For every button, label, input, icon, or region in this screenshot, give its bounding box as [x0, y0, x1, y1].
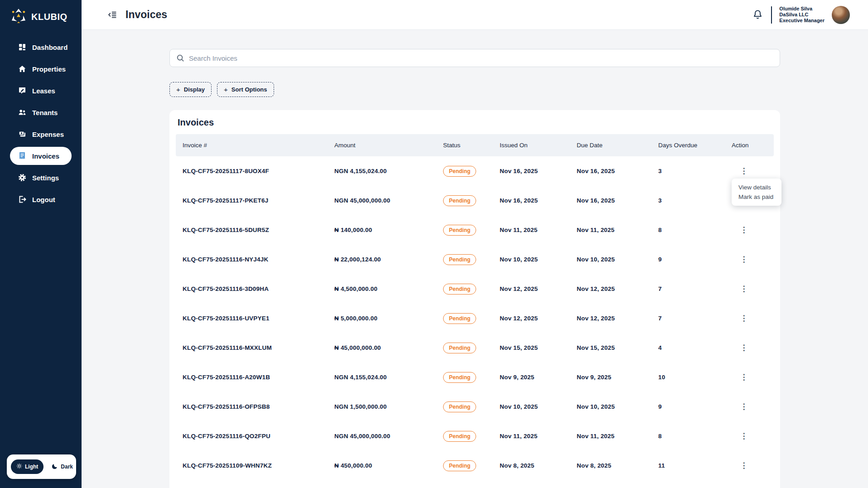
cell-due-date: Nov 11, 2025	[577, 433, 658, 440]
plus-icon: +	[224, 86, 228, 93]
cell-days-overdue: 8	[658, 227, 732, 233]
menu-item-view-details[interactable]: View details	[732, 183, 781, 192]
search-input[interactable]	[189, 54, 773, 62]
row-actions-button[interactable]: ⋮	[739, 345, 749, 351]
column-header-amount: Amount	[334, 142, 443, 149]
cell-issued-on: Nov 9, 2025	[500, 374, 577, 381]
row-action-menu: View details Mark as paid	[732, 179, 781, 206]
row-actions-button[interactable]: ⋮	[739, 315, 749, 322]
sidebar-item-tenants[interactable]: Tenants	[0, 101, 82, 123]
sidebar-item-dashboard[interactable]: Dashboard	[0, 36, 82, 58]
status-badge: Pending	[443, 401, 476, 412]
table-row[interactable]: KLQ-CF75-20251116-QO2FPU NGN 45,000,000.…	[176, 421, 774, 451]
avatar[interactable]	[832, 6, 850, 24]
dark-theme-label: Dark	[61, 464, 73, 470]
table-row[interactable]: KLQ-CF75-20251107-R4DVQV ₦ 100,000.00 Pe…	[176, 480, 774, 488]
header-divider	[771, 6, 772, 24]
user-company: DaSilva LLC	[779, 12, 825, 18]
cell-amount: ₦ 45,000,000.00	[334, 344, 443, 351]
sidebar-nav: Dashboard Properties Leases Tenants Expe…	[0, 36, 82, 210]
cell-due-date: Nov 16, 2025	[577, 197, 658, 204]
status-badge: Pending	[443, 166, 476, 177]
cell-days-overdue: 3	[658, 197, 732, 204]
status-badge: Pending	[443, 460, 476, 471]
cell-amount: ₦ 450,000.00	[334, 462, 443, 469]
cell-due-date: Nov 10, 2025	[577, 256, 658, 263]
cell-days-overdue: 7	[658, 315, 732, 322]
cell-issued-on: Nov 12, 2025	[500, 315, 577, 322]
row-actions-button[interactable]: ⋮	[739, 404, 749, 410]
moon-icon	[52, 463, 58, 471]
row-actions-button[interactable]: ⋮	[739, 374, 749, 381]
row-actions-button[interactable]: ⋮	[739, 463, 749, 469]
cell-amount: NGN 45,000,000.00	[334, 433, 443, 440]
search-bar	[169, 49, 780, 67]
cell-days-overdue: 10	[658, 374, 732, 381]
display-button-label: Display	[184, 86, 205, 93]
table-row[interactable]: KLQ-CF75-20251117-PKET6J NGN 45,000,000.…	[176, 186, 774, 215]
cell-amount: NGN 45,000,000.00	[334, 197, 443, 204]
content: + Display + Sort Options Invoices Invoic…	[82, 30, 868, 488]
row-actions-button[interactable]: ⋮	[739, 286, 749, 292]
cell-amount: NGN 1,500,000.00	[334, 403, 443, 410]
sort-options-button-label: Sort Options	[231, 86, 267, 93]
status-badge: Pending	[443, 225, 476, 236]
cell-issued-on: Nov 16, 2025	[500, 168, 577, 174]
notifications-bell-icon[interactable]	[752, 9, 764, 21]
row-actions-button[interactable]: ⋮	[739, 227, 749, 233]
sidebar-item-settings[interactable]: Settings	[0, 167, 82, 188]
cell-amount: NGN 4,155,024.00	[334, 168, 443, 174]
table-row[interactable]: KLQ-CF75-20251109-WHN7KZ ₦ 450,000.00 Pe…	[176, 451, 774, 480]
table-row[interactable]: KLQ-CF75-20251116-A20W1B NGN 4,155,024.0…	[176, 362, 774, 392]
user-info[interactable]: Olumide Silva DaSilva LLC Executive Mana…	[779, 6, 825, 24]
table-row[interactable]: KLQ-CF75-20251117-8UOX4F NGN 4,155,024.0…	[176, 156, 774, 186]
table-row[interactable]: KLQ-CF75-20251116-MXXLUM ₦ 45,000,000.00…	[176, 333, 774, 362]
cell-days-overdue: 8	[658, 433, 732, 440]
table-row[interactable]: KLQ-CF75-20251116-OFPSB8 NGN 1,500,000.0…	[176, 392, 774, 421]
table-row[interactable]: KLQ-CF75-20251116-3D09HA ₦ 4,500,000.00 …	[176, 274, 774, 304]
cell-issued-on: Nov 11, 2025	[500, 433, 577, 440]
sidebar-item-label: Leases	[32, 87, 55, 95]
menu-item-mark-as-paid[interactable]: Mark as paid	[732, 192, 781, 202]
cell-amount: NGN 4,155,024.00	[334, 374, 443, 381]
table-row[interactable]: KLQ-CF75-20251116-UVPYE1 ₦ 5,000,000.00 …	[176, 304, 774, 333]
sidebar-item-label: Logout	[32, 196, 55, 203]
row-actions-button[interactable]: ⋮	[739, 256, 749, 263]
filter-row: + Display + Sort Options	[169, 82, 780, 97]
home-icon	[18, 65, 26, 73]
cell-issued-on: Nov 10, 2025	[500, 403, 577, 410]
cell-issued-on: Nov 8, 2025	[500, 462, 577, 469]
cell-due-date: Nov 12, 2025	[577, 285, 658, 292]
invoice-table-body: KLQ-CF75-20251117-8UOX4F NGN 4,155,024.0…	[176, 156, 774, 488]
sidebar-item-properties[interactable]: Properties	[0, 58, 82, 80]
cell-invoice-number: KLQ-CF75-20251116-A20W1B	[183, 374, 334, 381]
cell-invoice-number: KLQ-CF75-20251116-UVPYE1	[183, 315, 334, 322]
top-header: Invoices Olumide Silva DaSilva LLC Execu…	[82, 0, 868, 30]
sidebar-item-leases[interactable]: Leases	[0, 80, 82, 101]
table-row[interactable]: KLQ-CF75-20251116-NYJ4JK ₦ 22,000,124.00…	[176, 245, 774, 274]
dark-theme-button[interactable]: Dark	[46, 459, 78, 474]
sidebar-item-label: Expenses	[32, 130, 64, 138]
status-badge: Pending	[443, 254, 476, 265]
column-header-issued: Issued On	[500, 142, 577, 149]
sidebar-item-expenses[interactable]: Expenses	[0, 123, 82, 145]
sidebar-item-logout[interactable]: Logout	[0, 188, 82, 210]
row-actions-button[interactable]: ⋮	[739, 168, 749, 174]
cell-due-date: Nov 9, 2025	[577, 374, 658, 381]
brand-name: KLUBIQ	[31, 12, 68, 22]
cell-due-date: Nov 10, 2025	[577, 403, 658, 410]
table-row[interactable]: KLQ-CF75-20251116-5DUR5Z ₦ 140,000.00 Pe…	[176, 215, 774, 245]
status-badge: Pending	[443, 343, 476, 353]
user-role: Executive Manager	[779, 18, 825, 24]
collapse-sidebar-icon[interactable]	[108, 10, 117, 19]
cell-invoice-number: KLQ-CF75-20251117-PKET6J	[183, 197, 334, 204]
row-actions-button[interactable]: ⋮	[739, 433, 749, 440]
expenses-icon	[18, 130, 26, 138]
sidebar-item-invoices[interactable]: Invoices	[10, 147, 72, 165]
display-button[interactable]: + Display	[169, 82, 212, 97]
cell-due-date: Nov 15, 2025	[577, 344, 658, 351]
lease-icon	[18, 87, 26, 95]
cell-issued-on: Nov 10, 2025	[500, 256, 577, 263]
sort-options-button[interactable]: + Sort Options	[217, 82, 274, 97]
light-theme-button[interactable]: Light	[11, 459, 43, 474]
